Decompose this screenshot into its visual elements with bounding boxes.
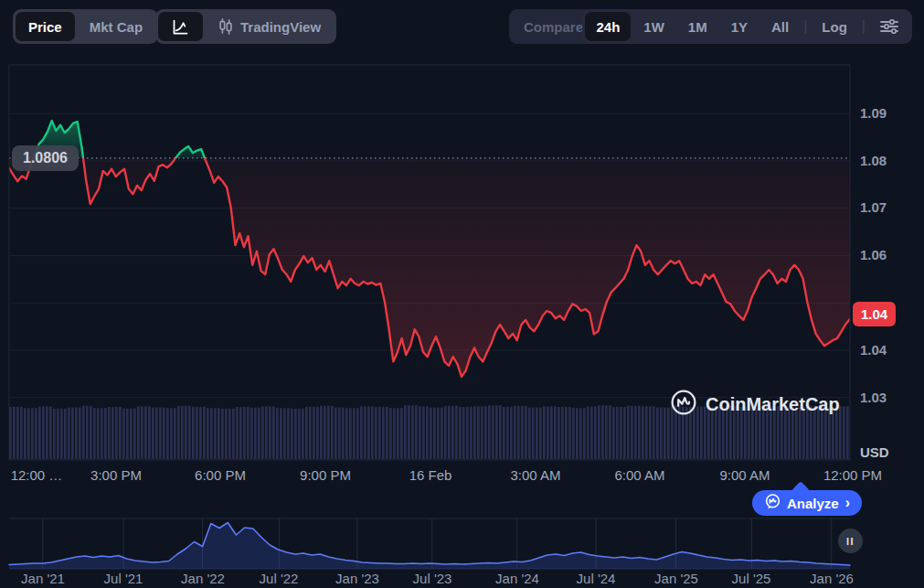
x-axis-tick: 12:00 PM — [823, 467, 882, 483]
y-axis-tick: 1.06 — [860, 247, 919, 262]
navigator-tick: Jul '23 — [413, 571, 452, 586]
x-axis-tick: 16 Feb — [409, 467, 452, 483]
navigator-tick: Jan '21 — [21, 571, 65, 586]
current-price-badge: 1.04 — [853, 302, 896, 326]
y-axis-tick: 1.08 — [860, 153, 919, 168]
coinmarketcap-logo-icon — [670, 389, 697, 421]
price-tab[interactable]: Price — [16, 12, 75, 41]
sliders-settings-icon — [880, 18, 898, 35]
x-axis-tick: 3:00 PM — [90, 467, 142, 483]
navigator-tick: Jul '25 — [732, 571, 771, 586]
tradingview-label: TradingView — [240, 19, 321, 35]
navigator-tick: Jul '24 — [577, 571, 616, 586]
analyze-logo-icon — [764, 493, 781, 513]
toolbar-divider: | — [860, 18, 867, 35]
chart-settings-button[interactable] — [869, 12, 909, 41]
x-axis-tick: 6:00 AM — [614, 467, 664, 483]
coinmarketcap-watermark: CoinMarketCap — [670, 389, 840, 421]
chevron-right-icon: › — [845, 495, 850, 511]
analyze-button[interactable]: Analyze › — [752, 490, 862, 516]
range-1m-button[interactable]: 1M — [677, 12, 718, 41]
navigator-tick: Jul '21 — [104, 571, 143, 586]
x-axis-tick: 6:00 PM — [195, 467, 246, 483]
y-axis-tick: 1.07 — [860, 199, 919, 215]
range-1y-button[interactable]: 1Y — [720, 12, 759, 41]
watermark-label: CoinMarketCap — [706, 394, 840, 415]
navigator-tick: Jan '25 — [654, 571, 698, 586]
chart-type-toggle: TradingView — [155, 9, 336, 44]
candlestick-icon — [218, 17, 234, 36]
navigator-tick: Jan '23 — [335, 571, 379, 586]
price-chart-page: Price Mkt Cap TradingView Compare — [0, 0, 924, 588]
baseline-price-badge: 1.0806 — [12, 145, 79, 171]
x-axis-tick: 9:00 AM — [719, 467, 770, 483]
navigator-resize-handle[interactable]: II — [838, 529, 863, 553]
navigator-brush-area[interactable] — [9, 519, 850, 569]
analyze-label: Analyze — [787, 496, 839, 511]
y-axis-tick: 1.03 — [860, 390, 919, 405]
range-all-button[interactable]: All — [760, 12, 800, 41]
time-range-selector: 24h 1W 1M 1Y All | Log | — [582, 9, 912, 44]
x-axis-tick: 12:00 … — [11, 467, 63, 483]
x-axis-tick: 3:00 AM — [510, 467, 560, 483]
line-chart-icon — [171, 17, 190, 37]
x-axis-tick: 9:00 PM — [300, 467, 351, 483]
y-axis-tick: 1.09 — [860, 105, 919, 121]
tradingview-chart-type-button[interactable]: TradingView — [205, 12, 334, 41]
navigator-tick: Jan '24 — [495, 571, 539, 586]
y-axis-tick: 1.04 — [860, 342, 919, 358]
range-24h-button[interactable]: 24h — [585, 12, 631, 41]
navigator-tick: Jan '26 — [810, 571, 854, 586]
mkt-cap-tab[interactable]: Mkt Cap — [77, 12, 155, 41]
y-axis-unit-label: USD — [860, 444, 919, 460]
navigator-tick: Jul '22 — [260, 571, 299, 586]
navigator-tick: Jan '22 — [181, 571, 225, 586]
range-1w-button[interactable]: 1W — [632, 12, 675, 41]
toolbar-divider: | — [802, 18, 809, 35]
log-scale-button[interactable]: Log — [811, 12, 858, 41]
compare-label: Compare — [524, 19, 583, 35]
line-chart-type-button[interactable] — [158, 12, 203, 41]
price-mktcap-toggle: Price Mkt Cap — [13, 9, 158, 44]
